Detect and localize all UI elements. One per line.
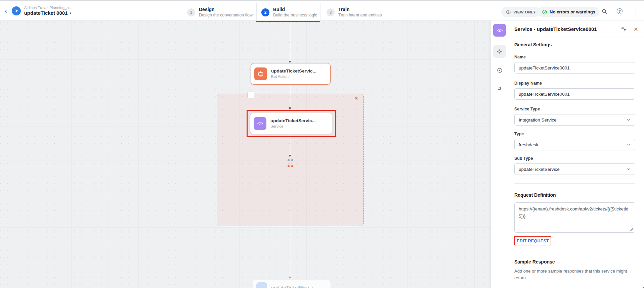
name-label: Name	[514, 55, 635, 59]
sample-response-description: Add one or more sample responses that th…	[514, 268, 630, 281]
status-badge[interactable]: No errors or warnings	[538, 7, 600, 17]
tab-design-subtitle: Design the conversation flow	[199, 12, 253, 18]
tab-train-subtitle: Train intent and entities	[338, 12, 382, 18]
tab-design-number: 1	[187, 8, 195, 16]
panel-body: General Settings Name Display Name Servi…	[508, 38, 644, 288]
tab-train[interactable]: 3 Train Train intent and entities	[327, 3, 382, 22]
connector-arrow-icon	[289, 155, 291, 157]
panel-content: Service - updateTicketService0001 × Gene…	[508, 20, 644, 288]
tab-design-label: Design	[199, 6, 253, 12]
more-menu-icon[interactable]: ⋮	[633, 7, 639, 13]
airplane-icon: ✈	[14, 8, 19, 14]
node-service[interactable]: </> updateTicketServic... Service	[250, 113, 332, 134]
general-settings-heading: General Settings	[514, 42, 635, 47]
tab-train-number: 3	[327, 8, 335, 16]
service-properties-panel: </> Service - updateTicketService0001 ×	[491, 20, 644, 288]
service-type-value: Integration Service	[519, 117, 557, 123]
node-title: updateTicketServic...	[271, 68, 316, 74]
target-icon[interactable]	[493, 64, 506, 77]
sub-type-select[interactable]: updateTicketService	[514, 163, 635, 175]
type-value: freshdesk	[519, 142, 539, 147]
node-title: updateTicketMessa...	[271, 285, 317, 288]
node-subtitle: Bot Action	[271, 74, 316, 80]
flow-name: updateTicket 0001	[24, 10, 68, 16]
header-names: Airlines Travel Planning_a... updateTick…	[24, 5, 72, 16]
flow-name-row[interactable]: updateTicket 0001 ▾	[24, 10, 72, 16]
section-divider	[514, 251, 635, 251]
header-divider	[385, 3, 385, 22]
message-icon	[256, 282, 267, 288]
close-panel-icon[interactable]: ×	[634, 26, 638, 33]
request-definition-heading: Request Definition	[514, 192, 635, 198]
service-code-icon[interactable]: </>	[493, 24, 506, 37]
view-only-badge[interactable]: VIEW ONLY	[501, 7, 540, 17]
panel-icon-rail: </>	[491, 20, 508, 288]
sub-type-label: Sub Type	[514, 156, 635, 161]
edit-request-link[interactable]: EDIT REQUEST	[517, 239, 549, 243]
request-definition-area: https://{tenant}.freshdesk.com/api/v2/ti…	[514, 202, 635, 234]
node-message[interactable]: updateTicketMessa...	[253, 280, 331, 288]
header-divider	[256, 3, 257, 22]
panel-title: Service - updateTicketService0001	[514, 26, 613, 32]
type-select[interactable]: freshdesk	[514, 139, 635, 150]
search-icon[interactable]	[601, 8, 607, 14]
window-top-strip	[0, 0, 644, 1]
top-header: ‹ ✈ Airlines Travel Planning_a... update…	[0, 1, 644, 20]
tab-build[interactable]: 2 Build Build the business logic	[261, 3, 317, 22]
header-left: ‹ ✈ Airlines Travel Planning_a... update…	[3, 1, 72, 20]
chevron-down-icon	[626, 117, 631, 122]
back-icon[interactable]: ‹	[3, 7, 8, 15]
resize-handle-icon[interactable]	[630, 228, 633, 231]
help-icon[interactable]: ?	[617, 8, 623, 14]
chevron-down-icon	[626, 167, 631, 172]
app-root: ‹ ✈ Airlines Travel Planning_a... update…	[0, 0, 644, 288]
status-label: No errors or warnings	[550, 9, 595, 14]
display-name-label: Display Name	[514, 81, 635, 86]
request-definition-textarea[interactable]: https://{tenant}.freshdesk.com/api/v2/ti…	[514, 202, 635, 233]
tab-design[interactable]: 1 Design Design the conversation flow	[187, 3, 253, 22]
node-bot-action[interactable]: updateTicketServic... Bot Action	[251, 63, 331, 85]
connector-line	[290, 85, 290, 108]
sample-response-heading: Sample Response	[514, 259, 635, 265]
connector-line	[290, 20, 290, 61]
rail-divider	[493, 41, 506, 41]
bot-action-icon	[254, 67, 267, 80]
edit-request-highlight: EDIT REQUEST	[514, 236, 551, 245]
chevron-down-icon: ▾	[70, 11, 71, 15]
drop-arrows-icon: ↓↓	[288, 161, 293, 165]
name-input[interactable]	[514, 62, 635, 74]
eye-icon	[506, 9, 511, 15]
sub-type-value: updateTicketService	[519, 167, 560, 172]
connector-arrow-icon	[289, 277, 291, 279]
gear-icon[interactable]	[493, 45, 506, 58]
drop-target-indicator[interactable]: ↓↓	[284, 159, 296, 167]
service-type-select[interactable]: Integration Service	[514, 114, 635, 126]
connector-arrow-icon	[289, 107, 291, 110]
flag-icon[interactable]	[493, 83, 506, 95]
tab-train-label: Train	[338, 6, 382, 12]
header-divider	[181, 3, 181, 22]
view-only-label: VIEW ONLY	[513, 10, 536, 14]
active-tab-underline	[256, 21, 320, 22]
group-close-icon[interactable]: ×	[354, 95, 358, 101]
type-label: Type	[514, 132, 635, 136]
connector-arrow-icon	[289, 61, 291, 63]
tab-build-label: Build	[273, 6, 317, 12]
chevron-down-icon	[626, 142, 631, 147]
connector-line	[290, 206, 290, 277]
check-circle-icon	[542, 9, 547, 15]
tab-build-number: 2	[261, 8, 269, 16]
flow-canvas[interactable]: × − updateTicketServic... Bot Action </>…	[0, 20, 491, 288]
collapse-panel-icon[interactable]	[621, 26, 627, 32]
app-name: Airlines Travel Planning_a...	[24, 5, 72, 10]
node-subtitle: Service	[270, 124, 316, 129]
group-collapse-button[interactable]: −	[248, 92, 254, 98]
node-title: updateTicketServic...	[270, 118, 316, 124]
panel-header: Service - updateTicketService0001 ×	[508, 20, 644, 38]
code-icon: </>	[254, 117, 266, 130]
display-name-input[interactable]	[514, 88, 635, 100]
app-avatar[interactable]: ✈	[12, 6, 21, 15]
tab-build-subtitle: Build the business logic	[273, 12, 317, 18]
header-divider	[320, 3, 320, 22]
connector-line	[290, 134, 290, 155]
